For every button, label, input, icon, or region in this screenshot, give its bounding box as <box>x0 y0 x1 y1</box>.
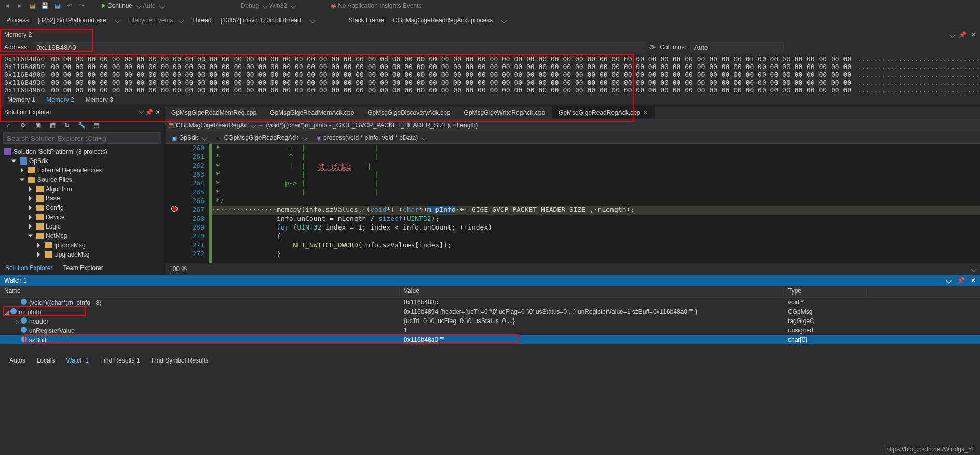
chevron-down-icon[interactable] <box>251 122 256 128</box>
watch-row[interactable]: ▷header{ucTrl=0 '\0' ucFlag=0 '\0' usSta… <box>0 316 980 326</box>
close-icon[interactable]: ✕ <box>155 109 160 116</box>
bottom-tab[interactable]: Watch 1 <box>61 356 94 365</box>
solution-tab[interactable]: Team Explorer <box>58 263 108 275</box>
context-file[interactable]: CGpMsgGigeReadRegAc <box>176 122 247 129</box>
file-tab[interactable]: GpMsgGigeReadMemReq.cpp <box>165 106 263 119</box>
breakpoint-icon[interactable] <box>171 206 178 212</box>
memory-row[interactable]: 0x116B48A000 00 00 00 00 00 00 00 00 00 … <box>4 55 976 63</box>
auto-dropdown[interactable]: Auto <box>143 2 156 9</box>
code-line[interactable]: * p-> | | <box>212 179 980 188</box>
collapse-icon[interactable]: ▣ <box>32 119 44 131</box>
close-icon[interactable]: ✕ <box>643 109 648 116</box>
platform-dropdown[interactable]: Win32 <box>269 2 287 9</box>
file-tab[interactable]: GpMsgGigeReadRegAck.cpp✕ <box>552 106 655 119</box>
watch-column-header[interactable]: Value <box>400 286 784 297</box>
pin-icon[interactable]: 📌 <box>959 31 967 38</box>
chevron-down-icon[interactable] <box>135 3 141 8</box>
code-line[interactable]: */ <box>212 197 980 206</box>
code-line[interactable]: * ^ | | <box>212 153 980 162</box>
memory-tab[interactable]: Memory 2 <box>41 95 79 106</box>
solution-tree[interactable]: Solution 'SoftPlatform' (3 projects)GpSd… <box>0 146 165 263</box>
chevron-down-icon[interactable] <box>309 17 315 23</box>
file-tab[interactable]: GpMsgGigeDiscoveryAck.cpp <box>361 106 456 119</box>
stack-dropdown[interactable]: CGpMsgGigeReadRegAck::process <box>390 16 496 25</box>
watch-row[interactable]: ◢m_pInfo0x116b4894 {header={ucTrl=0 '\0'… <box>0 307 980 316</box>
tree-node[interactable]: External Dependencies <box>0 166 165 175</box>
save-icon[interactable]: 💾 <box>39 1 50 11</box>
app-insights-label[interactable]: No Application Insights Events <box>338 2 421 9</box>
nav-back-icon[interactable]: ◄ <box>2 1 12 11</box>
chevron-down-icon[interactable] <box>501 17 507 23</box>
memory-hex-view[interactable]: 0x116B48A000 00 00 00 00 00 00 00 00 00 … <box>0 54 980 95</box>
preview-icon[interactable]: ▤ <box>90 119 102 131</box>
window-menu-icon[interactable] <box>946 277 952 283</box>
process-dropdown[interactable]: [8252] SoftPlatformd.exe <box>35 16 110 25</box>
close-icon[interactable]: ✕ <box>971 31 976 38</box>
open-file-icon[interactable]: ▤ <box>27 1 37 11</box>
window-menu-icon[interactable] <box>138 108 144 113</box>
tree-node[interactable]: Logic <box>0 222 165 231</box>
watch-row[interactable]: unRegisterValue1unsigned <box>0 326 980 335</box>
bottom-tab[interactable]: Locals <box>32 356 60 365</box>
memory-row[interactable]: 0x116B48D000 00 00 00 00 00 00 00 00 00 … <box>4 63 976 71</box>
chevron-down-icon[interactable] <box>290 3 296 8</box>
bottom-tab[interactable]: Autos <box>4 356 31 365</box>
chevron-down-icon[interactable] <box>115 17 120 23</box>
chevron-down-icon[interactable] <box>262 3 268 8</box>
refresh-icon[interactable]: ⟳ <box>18 119 29 131</box>
tree-node[interactable]: IpToolsMsg <box>0 240 165 250</box>
context-call[interactable]: (void*)((char*)m_pInfo - _GIGE_GVCP_PACK… <box>266 122 478 129</box>
code-line[interactable]: } <box>212 250 980 259</box>
home-icon[interactable]: ⌂ <box>3 119 15 131</box>
project-selector[interactable]: ▣ GpSdk <box>168 134 210 141</box>
chevron-down-icon[interactable] <box>971 266 976 272</box>
save-all-icon[interactable]: ▤ <box>52 1 62 11</box>
code-line[interactable]: * | | <box>212 170 980 179</box>
chevron-down-icon[interactable] <box>179 17 184 23</box>
window-menu-icon[interactable] <box>949 32 955 37</box>
debug-dropdown[interactable]: Debug <box>241 2 259 9</box>
thread-dropdown[interactable]: [13152] msvcr120d.dll thread <box>217 16 304 25</box>
watch-row[interactable]: szBuff0x116b48a0 ""char[0] <box>0 335 980 344</box>
watch-row[interactable]: (void*)((char*)m_pInfo - 8)0x116b488cvoi… <box>0 298 980 307</box>
tree-node[interactable]: Config <box>0 203 165 212</box>
code-body[interactable]: 260261262263264265266267268269270271272 … <box>165 144 980 263</box>
zoom-level[interactable]: 100 % <box>169 265 187 273</box>
bottom-tab[interactable]: Find Results 1 <box>95 356 145 365</box>
undo-icon[interactable]: ↶ <box>64 1 75 11</box>
code-line[interactable]: * | | <box>212 188 980 197</box>
memory-tab[interactable]: Memory 1 <box>2 95 40 106</box>
code-line[interactable]: info.unCount = nLength / sizeof(UINT32); <box>212 215 980 223</box>
tree-node[interactable]: NetMsg <box>0 231 165 240</box>
tree-node[interactable]: Algorithm <box>0 184 165 194</box>
continue-button[interactable]: Continue <box>107 2 132 9</box>
close-icon[interactable]: ✕ <box>971 277 976 284</box>
pin-icon[interactable]: 📌 <box>957 277 965 284</box>
class-selector[interactable]: → CGpMsgGigeReadRegAck <box>213 134 310 141</box>
code-line[interactable]: for (UINT32 index = 1; index < info.unCo… <box>212 223 980 232</box>
code-content[interactable]: * + | | * ^ | | * | | 堆：低地址 | * | | * p-… <box>212 144 980 263</box>
tree-node[interactable]: UpgradeMsg <box>0 250 165 259</box>
properties-icon[interactable]: 🔧 <box>76 119 87 131</box>
sync-icon[interactable]: ↻ <box>61 119 73 131</box>
nav-fwd-icon[interactable]: ► <box>15 1 25 11</box>
memory-row[interactable]: 0x116B496000 00 00 00 00 00 00 00 00 00 … <box>4 86 976 94</box>
file-tab[interactable]: GpMsgGigeWriteRegAck.cpp <box>458 106 552 119</box>
memory-row[interactable]: 0x116B493000 00 00 00 00 00 00 00 00 00 … <box>4 78 976 86</box>
tree-node[interactable]: GpSdk <box>0 156 165 166</box>
tree-node[interactable]: Source Files <box>0 175 165 184</box>
pin-icon[interactable]: 📌 <box>145 109 153 116</box>
solution-root[interactable]: Solution 'SoftPlatform' (3 projects) <box>0 147 165 156</box>
chevron-down-icon[interactable] <box>159 3 165 8</box>
solution-tab[interactable]: Solution Explorer <box>0 263 58 275</box>
breakpoint-gutter[interactable] <box>165 144 184 263</box>
columns-input[interactable] <box>690 42 784 52</box>
file-tab[interactable]: GpMsgGigeReadMemAck.cpp <box>264 106 360 119</box>
code-line[interactable]: NET_SWITCH_DWORD(info.szValues[index]); <box>212 241 980 250</box>
redo-icon[interactable]: ↷ <box>77 1 87 11</box>
refresh-icon[interactable] <box>649 43 656 51</box>
code-line[interactable]: * + | | <box>212 144 980 153</box>
show-all-icon[interactable]: ▦ <box>47 119 58 131</box>
watch-column-header[interactable]: Type <box>784 286 867 297</box>
lifecycle-button[interactable]: Lifecycle Events <box>128 17 173 24</box>
